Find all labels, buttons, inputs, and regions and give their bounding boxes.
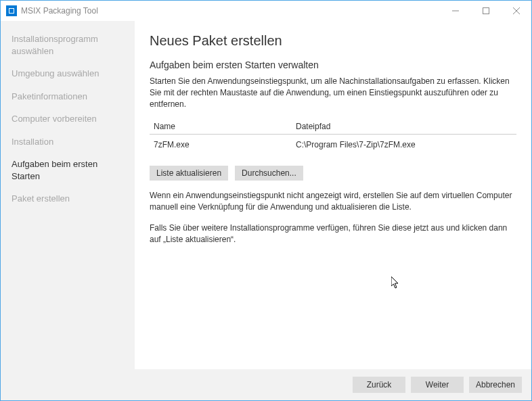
sidebar-item-package-info[interactable]: Paketinformationen: [12, 91, 124, 103]
sidebar-item-prepare[interactable]: Computer vorbereiten: [12, 113, 124, 125]
sidebar-item-first-launch[interactable]: Aufgaben beim ersten Starten: [12, 158, 124, 182]
table-row[interactable]: 7zFM.exe C:\Program Files\7-Zip\7zFM.exe: [150, 135, 516, 155]
instruction-text-3: Falls Sie über weitere Installationsprog…: [150, 222, 516, 245]
sidebar-item-installer[interactable]: Installationsprogramm auswählen: [12, 33, 124, 57]
app-icon: [6, 5, 17, 16]
sidebar-item-installation[interactable]: Installation: [12, 136, 124, 148]
content-area: Neues Paket erstellen Aufgaben beim erst…: [135, 21, 531, 369]
close-button[interactable]: [501, 1, 531, 21]
svg-rect-2: [9, 9, 14, 13]
page-subtitle: Aufgaben beim ersten Starten verwalten: [150, 60, 516, 70]
maximize-button[interactable]: [470, 1, 501, 21]
minimize-button[interactable]: [440, 1, 470, 21]
wizard-sidebar: Installationsprogramm auswählen Umgebung…: [1, 21, 135, 369]
cell-name: 7zFM.exe: [154, 140, 296, 149]
back-button[interactable]: Zurück: [353, 377, 405, 393]
sidebar-item-environment[interactable]: Umgebung auswählen: [12, 68, 124, 80]
page-title: Neues Paket erstellen: [150, 33, 516, 49]
header-path[interactable]: Dateipfad: [296, 122, 512, 131]
entry-points-table: Name Dateipfad 7zFM.exe C:\Program Files…: [150, 119, 516, 155]
window-title: MSIX Packaging Tool: [21, 6, 440, 16]
header-name[interactable]: Name: [154, 122, 296, 131]
cancel-button[interactable]: Abbrechen: [469, 377, 522, 393]
svg-rect-4: [483, 8, 489, 14]
wizard-footer: Zurück Weiter Abbrechen: [1, 369, 531, 400]
refresh-list-button[interactable]: Liste aktualisieren: [150, 166, 228, 181]
instruction-text-2: Wenn ein Anwendungseinstiegspunkt nicht …: [150, 190, 516, 213]
sidebar-item-create-package[interactable]: Paket erstellen: [12, 193, 124, 205]
browse-button[interactable]: Durchsuchen...: [235, 166, 303, 181]
next-button[interactable]: Weiter: [411, 377, 464, 393]
instruction-text-1: Starten Sie den Anwendungseinstiegspunkt…: [150, 76, 516, 110]
cell-path: C:\Program Files\7-Zip\7zFM.exe: [296, 140, 512, 149]
table-header: Name Dateipfad: [150, 119, 516, 135]
titlebar: MSIX Packaging Tool: [1, 1, 531, 21]
